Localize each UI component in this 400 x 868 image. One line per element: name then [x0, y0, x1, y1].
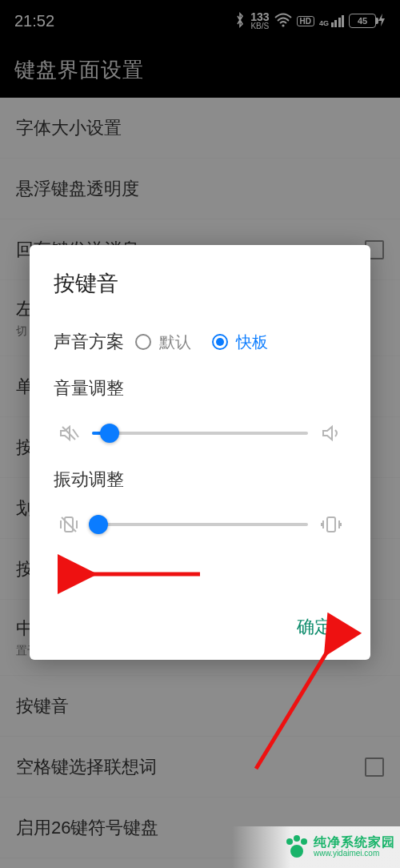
svg-line-5 — [62, 517, 76, 532]
mute-icon — [57, 421, 81, 445]
watermark: 纯净系统家园 www.yidaimei.com — [232, 826, 400, 868]
radio-default-label[interactable]: 默认 — [159, 332, 191, 353]
volume-slider[interactable] — [92, 432, 308, 435]
dialog-title: 按键音 — [54, 269, 346, 298]
volume-label: 音量调整 — [54, 376, 346, 400]
watermark-url: www.yidaimei.com — [314, 850, 395, 858]
sound-scheme-row: 声音方案 默认 快板 — [54, 330, 346, 354]
radio-default[interactable] — [135, 334, 151, 350]
vibrate-section: 振动调整 — [54, 468, 346, 536]
volume-thumb[interactable] — [100, 424, 119, 443]
radio-clapper-label[interactable]: 快板 — [236, 332, 268, 353]
speaker-icon — [319, 421, 343, 445]
vibrate-label: 振动调整 — [54, 468, 346, 492]
radio-clapper[interactable] — [212, 334, 228, 350]
svg-rect-6 — [327, 517, 335, 532]
vibrate-slider[interactable] — [92, 523, 308, 526]
vibrate-on-icon — [319, 512, 343, 536]
key-sound-dialog: 按键音 声音方案 默认 快板 音量调整 振动调整 — [30, 245, 370, 660]
volume-section: 音量调整 — [54, 376, 346, 445]
watermark-logo-icon — [283, 834, 310, 861]
scheme-label: 声音方案 — [54, 330, 124, 354]
ok-button[interactable]: 确定 — [282, 610, 346, 644]
vibrate-thumb[interactable] — [89, 515, 108, 534]
vibrate-off-icon — [57, 512, 81, 536]
watermark-brand: 纯净系统家园 — [314, 836, 395, 850]
svg-line-1 — [73, 429, 78, 437]
